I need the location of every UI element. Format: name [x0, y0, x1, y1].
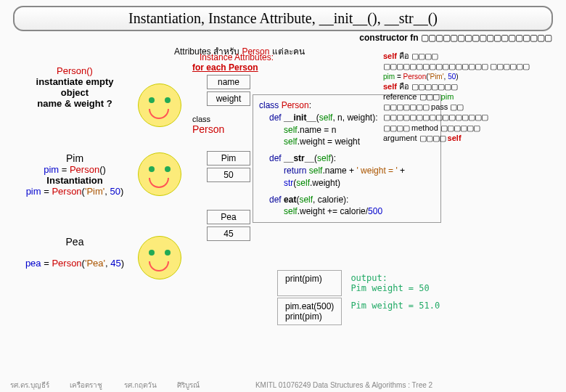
constructor-line: constructor fn ▢▢▢▢▢▢▢▢▢▢▢▢▢▢▢▢▢▢	[15, 33, 551, 43]
footer: รศ.ดร.บุญธีร์เครือตราชู รศ.กฤตวันศิริบูร…	[0, 380, 566, 391]
name-box: name	[207, 75, 250, 89]
left-block-2: Pim pim = Person() Instantiation pim = P…	[20, 152, 129, 197]
left-block-1: Person() instantiate empty object name &…	[20, 65, 129, 109]
face-icon	[138, 152, 181, 196]
main: Person() instantiate empty object name &…	[0, 51, 566, 377]
right-notes: self คือ ▢▢▢▢ ▢▢▢▢▢▢▢▢▢▢▢▢▢▢▢▢ ▢▢▢▢▢▢ pi…	[383, 51, 565, 143]
page-title: Instantiation, Instance Attribute, __ini…	[13, 6, 553, 31]
left-block-3: Pea pea = Person('Pea', 45)	[20, 236, 129, 269]
face-icon	[138, 236, 181, 279]
output-block: print(pim) output:Pim weight = 50 pim.ea…	[276, 269, 448, 327]
face-icon	[138, 83, 181, 127]
weight-box: weight	[207, 91, 250, 106]
